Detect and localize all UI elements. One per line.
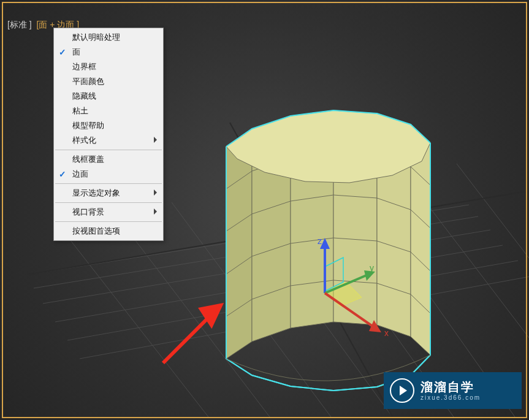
menu-item-9[interactable]: 边面	[54, 167, 163, 181]
menu-item-2[interactable]: 边界框	[54, 59, 163, 74]
menu-item-label: 边面	[72, 169, 88, 178]
menu-item-12[interactable]: 按视图首选项	[54, 224, 163, 239]
menu-separator	[55, 202, 162, 203]
menu-item-label: 线框覆盖	[72, 155, 104, 164]
axis-y-label: y	[370, 263, 374, 273]
viewport-label-standard[interactable]: [标准 ]	[7, 20, 32, 29]
menu-item-5[interactable]: 粘土	[54, 104, 163, 118]
menu-item-label: 按视图首选项	[72, 226, 120, 235]
menu-item-7[interactable]: 样式化	[54, 133, 163, 148]
axis-x-label: x	[384, 328, 389, 338]
menu-item-label: 粘土	[72, 106, 88, 115]
chevron-right-icon	[154, 208, 157, 215]
menu-item-0[interactable]: 默认明暗处理	[54, 30, 163, 45]
menu-item-label: 模型帮助	[72, 121, 104, 130]
menu-separator	[55, 221, 162, 222]
menu-item-label: 平面颜色	[72, 77, 104, 86]
chevron-right-icon	[154, 189, 157, 196]
menu-item-label: 样式化	[72, 136, 96, 145]
menu-separator	[55, 150, 162, 150]
menu-item-label: 面	[72, 47, 80, 56]
svg-line-13	[457, 164, 529, 264]
menu-item-label: 显示选定对象	[72, 188, 120, 197]
menu-item-label: 视口背景	[72, 207, 104, 216]
menu-item-8[interactable]: 线框覆盖	[54, 152, 163, 167]
menu-separator	[55, 183, 162, 184]
menu-item-10[interactable]: 显示选定对象	[54, 186, 163, 200]
shading-context-menu[interactable]: 默认明暗处理面边界框平面颜色隐藏线粘土模型帮助样式化线框覆盖边面显示选定对象视口…	[53, 28, 164, 241]
menu-item-6[interactable]: 模型帮助	[54, 118, 163, 133]
menu-item-label: 边界框	[72, 62, 96, 71]
axis-z-label: z	[318, 236, 322, 246]
menu-item-label: 隐藏线	[72, 91, 96, 101]
annotation-arrow-2	[163, 305, 221, 363]
menu-item-11[interactable]: 视口背景	[54, 205, 163, 220]
cylinder-object	[226, 110, 430, 391]
menu-item-1[interactable]: 面	[54, 45, 163, 59]
chevron-right-icon	[154, 137, 157, 143]
menu-item-3[interactable]: 平面颜色	[54, 74, 163, 89]
menu-item-4[interactable]: 隐藏线	[54, 89, 163, 104]
menu-item-label: 默认明暗处理	[72, 32, 120, 42]
viewport[interactable]: z y x [标准 ] [面 + 边面 ] 默认明暗处理面边界框平面颜色隐藏线粘…	[0, 0, 529, 420]
svg-line-6	[55, 221, 208, 417]
